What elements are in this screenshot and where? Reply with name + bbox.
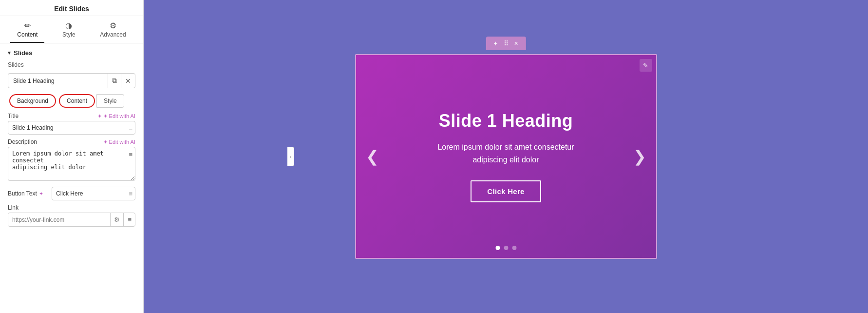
widget-add-button[interactable]: + [491,39,500,48]
slider-box: ✎ ❮ Slide 1 Heading Lorem ipsum dolor si… [355,54,657,259]
slider-prev-button[interactable]: ❮ [361,149,384,164]
subtab-content[interactable]: Content [59,94,95,108]
slide-description: Lorem ipsum dolor sit amet consectetur a… [437,141,574,166]
link-label: Link [8,204,135,211]
sparkle-icon: ✦ [97,113,102,119]
slider-widget-container: + ⠿ × ✎ ❮ Slide 1 Heading Lorem ipsum do… [355,54,657,259]
canvas-area: ‹ + ⠿ × ✎ ❮ Slide 1 Heading Lorem ipsum … [144,0,868,313]
widget-close-button[interactable]: × [511,39,521,48]
tab-content[interactable]: ✏ Content [10,20,44,43]
subtab-style[interactable]: Style [96,94,124,108]
link-menu-button[interactable]: ≡ [124,213,135,226]
tab-style[interactable]: ◑ Style [56,20,82,43]
slide-cta-button[interactable]: Click Here [471,180,541,202]
link-row: Link ⚙ ≡ [8,204,135,227]
title-menu-icon[interactable]: ≡ [129,124,132,132]
description-edit-ai-button[interactable]: ✦ Edit with AI [103,139,135,145]
slide-item-row: Slide 1 Heading ⧉ ✕ [8,73,135,88]
button-text-menu-icon[interactable]: ≡ [129,190,132,197]
slide-item-label: Slide 1 Heading [8,74,108,88]
widget-drag-handle[interactable]: ⠿ [501,39,511,48]
title-label: Title [8,113,19,119]
link-gear-button[interactable]: ⚙ [110,213,124,226]
slides-label: Slides [0,59,143,71]
delete-slide-button[interactable]: ✕ [121,74,135,88]
subtab-background[interactable]: Background [9,94,56,108]
main-tabs: ✏ Content ◑ Style ⚙ Advanced [0,16,143,43]
link-input-wrap: ⚙ ≡ [8,213,135,227]
description-textarea[interactable]: Lorem ipsum dolor sit amet consectet adi… [8,147,135,181]
button-text-input[interactable] [52,187,135,200]
panel-title: Edit Slides [0,0,143,16]
style-icon: ◑ [65,22,72,30]
dot-1[interactable] [495,246,500,250]
slides-section-header: ▾ Slides [0,43,143,59]
description-textarea-wrapper: Lorem ipsum dolor sit amet consectet adi… [8,147,135,183]
section-arrow-icon: ▾ [8,50,11,56]
slider-dots [495,246,516,250]
title-edit-ai-button[interactable]: ✦ ✦ Edit with AI [97,113,135,119]
button-text-input-wrap: ≡ [52,187,135,200]
slide-heading: Slide 1 Heading [437,111,574,131]
edit-pen-button[interactable]: ✎ [640,59,652,72]
title-input-wrapper: ≡ [8,121,135,135]
panel-collapse-button[interactable]: ‹ [287,147,294,166]
tab-advanced[interactable]: ⚙ Advanced [93,20,132,43]
widget-toolbar: + ⠿ × [486,37,526,50]
description-label: Description [8,138,37,145]
button-text-label: Button Text ✦ [8,190,52,197]
title-field-row: Title ✦ ✦ Edit with AI ≡ [8,113,135,135]
sparkle-icon-2: ✦ [103,139,108,145]
slide-sub-tabs: Background Content Style [8,94,135,108]
dot-3[interactable] [512,246,516,250]
dot-2[interactable] [504,246,508,250]
title-input[interactable] [8,121,135,135]
content-icon: ✏ [24,22,31,30]
copy-slide-button[interactable]: ⧉ [108,74,121,88]
description-menu-icon[interactable]: ≡ [129,151,132,158]
button-text-row: Button Text ✦ ≡ [8,187,135,200]
advanced-icon: ⚙ [110,22,116,30]
slide-content: Slide 1 Heading Lorem ipsum dolor sit am… [408,101,603,212]
left-panel: Edit Slides ✏ Content ◑ Style ⚙ Advanced… [0,0,144,313]
button-sparkle-icon: ✦ [39,191,43,197]
slider-next-button[interactable]: ❯ [628,149,651,164]
description-field-row: Description ✦ Edit with AI Lorem ipsum d… [8,138,135,183]
link-input[interactable] [8,214,110,226]
